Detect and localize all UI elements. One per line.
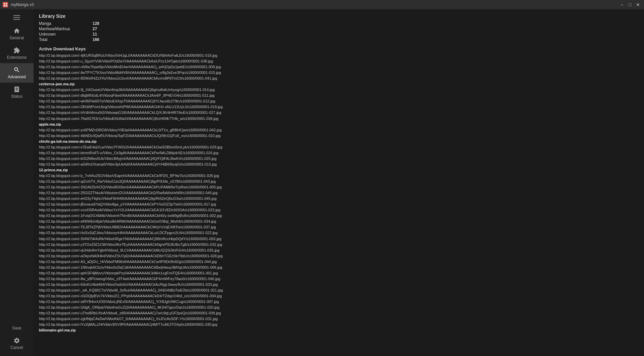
list-item: http://2.bp.blogspot.com/-efNIWEmftpk/Vk… xyxy=(39,219,639,224)
sidebar-top: General Extensions Advanced Status xyxy=(0,11,34,322)
stats-label: Total xyxy=(39,37,93,42)
sidebar-item-save[interactable]: Save xyxy=(0,322,34,334)
stats-label: Manga xyxy=(39,21,93,26)
window-title: myManga v3 xyxy=(11,2,34,7)
list-item: http://2.bp.blogspot.com/-8DWxR4Zz3Yo/Vk… xyxy=(39,76,639,81)
svg-rect-1 xyxy=(6,3,7,4)
list-item: http://2.bp.blogspot.com/-aGiRoOXamp0/Vk… xyxy=(39,162,639,167)
stats-row: Manhwa/Manhua27 xyxy=(39,26,99,32)
stats-row: Unknown11 xyxy=(39,32,99,37)
minimize-button[interactable]: − xyxy=(619,1,625,8)
list-item: http://2.bp.blogspot.com/-zgHNjqCAxDw/Vk… xyxy=(39,316,639,322)
active-keys-section: Active Download Keys http://2.bp.blogspo… xyxy=(39,46,639,352)
list-item: http://2.bp.blogspot.com/-1IWxqh6CbJo/Vk… xyxy=(39,265,639,270)
list-item: chichi-ga-loli-na-mono-de.ma.zip xyxy=(39,139,639,144)
list-item: billionaire-girl.ma.zip xyxy=(39,327,639,333)
sidebar-label-advanced: Advanced xyxy=(8,75,25,79)
stats-row: Manga128 xyxy=(39,21,99,26)
list-item: http://2.bp.blogspot.com/-uN9w7hpwNjo/Vk… xyxy=(39,64,639,70)
list-item: http://2.bp.blogspot.com/-HxSxSdZJdsc/Vk… xyxy=(39,230,639,236)
sidebar-item-status[interactable]: Status xyxy=(0,83,34,102)
sidebar-item-extensions[interactable]: Extensions xyxy=(0,44,34,63)
sidebar-item-advanced[interactable]: Advanced xyxy=(0,63,34,83)
list-item: http://2.bp.blogspot.com/-9j_XAOueaU/Vkb… xyxy=(39,87,639,93)
keys-list[interactable]: http://2.bp.blogspot.com/-4jKURSqBRuU/Vk… xyxy=(39,53,639,352)
list-item: http://2.bp.blogspot.com/-s7EwE4ejVLw/Vk… xyxy=(39,144,639,150)
list-item: apple.ma.zip xyxy=(39,122,639,127)
svg-rect-0 xyxy=(4,3,5,4)
list-item: http://2.bp.blogspot.com/-4ibNDx3QwRU/Vk… xyxy=(39,133,639,139)
svg-rect-6 xyxy=(13,19,20,20)
list-item: http://2.bp.blogspot.com/-wh96Flw007s/Vk… xyxy=(39,98,639,104)
library-size-title: Library Size xyxy=(39,13,639,19)
list-item: http://2.bp.blogspot.com/-1FviqOGXMAk/Vk… xyxy=(39,213,639,219)
list-item: http://2.bp.blogspot.com/-TEJ8TkZPjfi/Vk… xyxy=(39,224,639,230)
main-content: Library Size Manga128Manhwa/Manhua27Unkn… xyxy=(34,9,644,356)
stats-value: 166 xyxy=(93,37,99,42)
list-item: http://2.bp.blogspot.com/-G0gK_ORfjuk/Vk… xyxy=(39,305,639,310)
list-item: http://2.bp.blogspot.com/-25Gl2ZThkxA/Vk… xyxy=(39,190,639,196)
close-button[interactable]: ✕ xyxy=(635,1,641,8)
list-item: http://2.bp.blogspot.com/-76a0S763r1o/Vk… xyxy=(39,116,639,122)
list-item: http://2.bp.blogspot.com/-qeKSF4jMvvc/Vk… xyxy=(39,270,639,276)
cancel-label: Cancel xyxy=(10,345,23,350)
active-keys-title: Active Download Keys xyxy=(39,46,639,51)
list-item: http://2.bp.blogspot.com/-yn6PMZnDRO8/Vk… xyxy=(39,127,639,133)
save-label: Save xyxy=(12,326,21,330)
svg-rect-5 xyxy=(13,17,20,18)
sidebar-label-general: General xyxy=(10,36,24,40)
list-item: http://2.bp.blogspot.com/-nGDQlpBVc7k/Vk… xyxy=(39,293,639,299)
list-item: http://2.bp.blogspot.com/-y37OxZ9Z1CM/Vk… xyxy=(39,242,639,248)
list-item: http://2.bp.blogspot.com/-AeTPYCTKXso/Vk… xyxy=(39,70,639,76)
stats-value: 11 xyxy=(93,32,99,37)
library-size-section: Library Size Manga128Manhwa/Manhua27Unkn… xyxy=(39,13,639,42)
list-item: 12-prince.ma.zip xyxy=(39,167,639,173)
stats-label: Manhwa/Manhua xyxy=(39,26,93,32)
list-item: cerberus-jam.ma.zip xyxy=(39,81,639,87)
svg-rect-4 xyxy=(13,15,20,16)
svg-rect-2 xyxy=(4,5,5,6)
list-item: http://2.bp.blogspot.com/-A3_aDjGU_I4/Vk… xyxy=(39,259,639,265)
stats-value: 27 xyxy=(93,26,99,32)
list-item: http://2.bp.blogspot.com/-bimmRx87i-o/Vk… xyxy=(39,150,639,156)
list-item: http://2.bp.blogspot.com/-k03JN8es5Uk/Vk… xyxy=(39,156,639,162)
list-item: http://2.bp.blogspot.com/-u_SjyoiYVIA/Vk… xyxy=(39,58,639,64)
list-item: http://2.bp.blogspot.com/-DRdWPmnUbrg/Vk… xyxy=(39,104,639,110)
window-controls: − □ ✕ xyxy=(619,1,641,8)
list-item: http://2.bp.blogspot.com/-qiZrvhT4_Rw/Vk… xyxy=(39,179,639,184)
sidebar-label-status: Status xyxy=(11,94,22,99)
titlebar-left: myManga v3 xyxy=(3,2,34,7)
list-item: http://2.bp.blogspot.com/-_eA_KQ90C7s/Vk… xyxy=(39,287,639,293)
list-item: http://2.bp.blogspot.com/-lYzXjMALz34/Vk… xyxy=(39,322,639,327)
list-item: http://2.bp.blogspot.com/-eH23yT4qhc/Vkb… xyxy=(39,196,639,202)
list-item: http://2.bp.blogspot.com/-K6oKU4bd464/Vk… xyxy=(39,282,639,287)
sidebar-bottom: Save Cancel xyxy=(0,322,34,356)
list-item: http://2.bp.blogspot.com/-jBxnaus6YaQ/Vk… xyxy=(39,202,639,207)
list-item: http://2.bp.blogspot.com/-4jKURSqBRuU/Vk… xyxy=(39,53,639,58)
list-item: http://2.bp.blogspot.com/-dfqjWhfzdL4/Vk… xyxy=(39,93,639,98)
restore-button[interactable]: □ xyxy=(627,1,633,8)
list-item: http://2.bp.blogspot.com/-S92A6ZbXiOQ/Vk… xyxy=(39,184,639,190)
list-item: http://2.bp.blogspot.com/-otRYB4onUO0/Vk… xyxy=(39,299,639,305)
list-item: http://2.bp.blogspot.com/-SI4W7tA4oRk/Vk… xyxy=(39,236,639,242)
list-item: http://2.bp.blogspot.com/-qUHdvAmYgb4/Vk… xyxy=(39,248,639,253)
svg-rect-3 xyxy=(6,5,7,6)
list-item: http://2.bp.blogspot.com/-aOkpsNA0Hk4/Vk… xyxy=(39,253,639,259)
list-item: http://2.bp.blogspot.com/-uThsBRbUXnA/Vk… xyxy=(39,310,639,316)
app-body: General Extensions Advanced Status Save … xyxy=(0,9,644,356)
stats-value: 128 xyxy=(93,21,99,26)
stats-row: Total166 xyxy=(39,37,99,42)
list-item: http://2.bp.blogspot.com/-vcoXI5R4utA/Vk… xyxy=(39,207,639,213)
list-item: http://2.bp.blogspot.com/-HVdHiAmu0r0/Vk… xyxy=(39,110,639,116)
list-item: http://2.bp.blogspot.com/-8w_y8PUwevg/Vk… xyxy=(39,276,639,282)
sidebar-label-extensions: Extensions xyxy=(7,55,27,60)
stats-label: Unknown xyxy=(39,32,93,37)
sidebar-item-menu[interactable] xyxy=(0,11,34,24)
icon-sidebar: General Extensions Advanced Status Save … xyxy=(0,9,34,356)
sidebar-item-general[interactable]: General xyxy=(0,24,34,44)
app-icon xyxy=(3,2,8,7)
list-item: http://2.bp.blogspot.com/-b_7n4l4u25O/Vk… xyxy=(39,173,639,179)
sidebar-item-cancel[interactable]: Cancel xyxy=(0,334,34,353)
stats-table: Manga128Manhwa/Manhua27Unknown11Total166 xyxy=(39,21,99,42)
titlebar: myManga v3 − □ ✕ xyxy=(0,0,644,9)
